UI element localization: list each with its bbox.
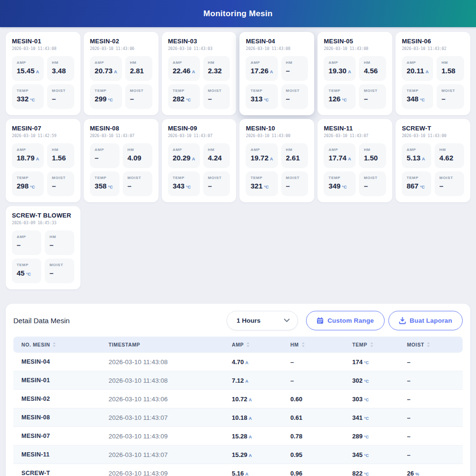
metric-amp: AMP 19.72A: [246, 143, 278, 168]
table-column-header[interactable]: AMP: [232, 342, 290, 347]
table-column-header[interactable]: HM: [290, 342, 352, 347]
metric-value: 17.74A: [328, 154, 351, 162]
app-header: Monitoring Mesin: [0, 0, 476, 27]
metric-hm: HM 4.56: [359, 56, 386, 81]
cell-hm: 0.96: [290, 470, 352, 476]
machine-card[interactable]: MESIN-08 2026-03-10 11:43:07 AMP – HM 4.…: [84, 119, 159, 202]
metric-value: –: [50, 269, 69, 277]
machine-timestamp: 2026-03-10 11:43:00: [246, 133, 308, 138]
metric-grid: AMP – HM – TEMP 45°C MOIST –: [12, 230, 74, 283]
machine-card[interactable]: MESIN-10 2026-03-10 11:43:00 AMP 19.72A …: [239, 119, 314, 202]
table-column-header[interactable]: TEMP: [352, 342, 407, 347]
machine-card[interactable]: SCREW-T 2026-03-10 11:43:00 AMP 5.13A HM…: [396, 119, 470, 202]
metric-value: 4.09: [128, 154, 148, 162]
metric-grid: AMP 18.79A HM 1.56 TEMP 298°C MOIST –: [12, 143, 74, 196]
machine-card[interactable]: MESIN-09 2026-03-10 11:43:07 AMP 20.29A …: [162, 119, 237, 202]
table-row: MESIN-01 2026-03-10 11:43:08 7.12A – 302…: [13, 371, 463, 390]
unit-label: °C: [364, 435, 369, 439]
unit-label: A: [245, 379, 248, 384]
metric-temp: TEMP 126°C: [324, 84, 356, 109]
metric-value: 17.26A: [250, 67, 273, 75]
unit-label: °C: [26, 272, 31, 277]
sort-icon[interactable]: [301, 342, 305, 347]
metric-label: HM: [286, 60, 304, 65]
metric-label: HM: [208, 148, 226, 152]
machine-card[interactable]: MESIN-06 2026-03-10 11:43:02 AMP 20.11A …: [396, 32, 470, 115]
machine-timestamp: 2026-03-10 11:43:00: [402, 133, 464, 138]
machine-card[interactable]: MESIN-05 2026-03-10 11:43:08 AMP 19.30A …: [317, 32, 392, 115]
metric-value: 19.72A: [250, 154, 273, 162]
metric-value: 298°C: [17, 182, 39, 190]
sort-icon[interactable]: [52, 342, 56, 347]
column-label: NO. MESIN: [21, 342, 50, 347]
metric-grid: AMP 20.73A HM 2.81 TEMP 299°C MOIST –: [90, 56, 152, 109]
metric-value: 45°C: [17, 269, 37, 277]
unit-label: °C: [364, 453, 369, 458]
metric-label: TEMP: [17, 176, 39, 180]
metric-grid: AMP 22.46A HM 2.32 TEMP 282°C MOIST –: [168, 56, 230, 109]
metric-label: MOIST: [52, 89, 69, 93]
sort-icon[interactable]: [426, 342, 430, 347]
column-label: HM: [290, 342, 299, 347]
unit-label: °C: [264, 185, 269, 189]
time-range-value: 1 Hours: [237, 317, 284, 324]
cell-moist: –: [407, 451, 463, 458]
custom-range-button[interactable]: Custom Range: [306, 311, 385, 330]
time-range-select[interactable]: 1 Hours: [227, 311, 298, 330]
table-column-header[interactable]: TIMESTAMP: [109, 342, 232, 347]
unit-label: A: [36, 69, 40, 74]
table-column-header[interactable]: MOIST: [407, 342, 463, 347]
cell-amp: 5.16A: [232, 470, 290, 476]
cell-amp: 7.12A: [232, 377, 290, 384]
metric-amp: AMP 19.30A: [324, 56, 356, 81]
table-column-header[interactable]: NO. MESIN: [13, 342, 109, 347]
metric-label: MOIST: [130, 89, 148, 93]
machine-card[interactable]: MESIN-03 2026-03-10 11:43:03 AMP 22.46A …: [162, 32, 237, 115]
machine-timestamp: 2026-03-10 11:43:08: [12, 46, 74, 51]
metric-value: 313°C: [250, 95, 273, 103]
metric-value: –: [52, 95, 69, 103]
unit-label: °C: [364, 360, 369, 365]
machine-card[interactable]: MESIN-11 2026-03-10 11:43:07 AMP 17.74A …: [317, 119, 392, 202]
metric-label: MOIST: [286, 176, 304, 180]
metric-label: MOIST: [208, 89, 226, 93]
sort-icon[interactable]: [370, 342, 374, 347]
metric-amp: AMP 15.45A: [12, 56, 44, 81]
metric-value: 4.24: [208, 154, 226, 162]
machine-timestamp: 2026-03-10 11:43:07: [168, 133, 230, 138]
table-row: MESIN-02 2026-03-10 11:43:06 10.72A 0.60…: [13, 390, 463, 408]
cell-temp: 302°C: [352, 377, 407, 384]
unit-label: °C: [30, 98, 35, 102]
metric-grid: AMP 17.74A HM 1.50 TEMP 349°C MOIST –: [324, 143, 386, 196]
unit-label: °C: [186, 98, 191, 102]
cell-timestamp: 2026-03-10 11:43:07: [109, 451, 232, 458]
sort-icon[interactable]: [246, 342, 250, 347]
machine-card[interactable]: SCREW-T BLOWER 2026-03-09 16:45:33 AMP –…: [6, 206, 80, 289]
unit-label: °C: [364, 472, 369, 476]
cell-temp: 341°C: [352, 414, 407, 421]
metric-value: –: [52, 182, 69, 190]
metric-temp: TEMP 358°C: [90, 171, 119, 196]
metric-value: 5.13A: [407, 154, 426, 162]
cell-hm: –: [290, 358, 352, 366]
machine-card[interactable]: MESIN-02 2026-03-10 11:43:06 AMP 20.73A …: [84, 32, 159, 115]
metric-temp: TEMP 299°C: [90, 84, 122, 109]
unit-label: °C: [364, 397, 369, 402]
machine-name: MESIN-06: [402, 38, 464, 45]
cell-hm: 0.61: [290, 414, 352, 421]
metric-value: –: [364, 182, 381, 190]
metric-value: 343°C: [173, 182, 195, 190]
metric-moist: MOIST –: [359, 171, 386, 196]
cell-timestamp: 2026-03-10 11:43:09: [109, 433, 232, 440]
metric-label: MOIST: [286, 89, 304, 93]
column-label: TIMESTAMP: [109, 342, 140, 347]
metric-grid: AMP 5.13A HM 4.62 TEMP 867°C MOIST –: [402, 143, 464, 196]
machine-card[interactable]: MESIN-01 2026-03-10 11:43:08 AMP 15.45A …: [6, 32, 80, 115]
report-button[interactable]: Buat Laporan: [388, 311, 463, 330]
column-label: AMP: [232, 342, 244, 347]
metric-label: AMP: [17, 148, 39, 152]
metric-value: 332°C: [17, 95, 39, 103]
metric-hm: HM 1.56: [47, 143, 74, 168]
machine-card[interactable]: MESIN-07 2026-03-10 11:42:59 AMP 18.79A …: [6, 119, 80, 202]
machine-card[interactable]: MESIN-04 2026-03-10 11:43:08 AMP 17.26A …: [239, 32, 314, 115]
